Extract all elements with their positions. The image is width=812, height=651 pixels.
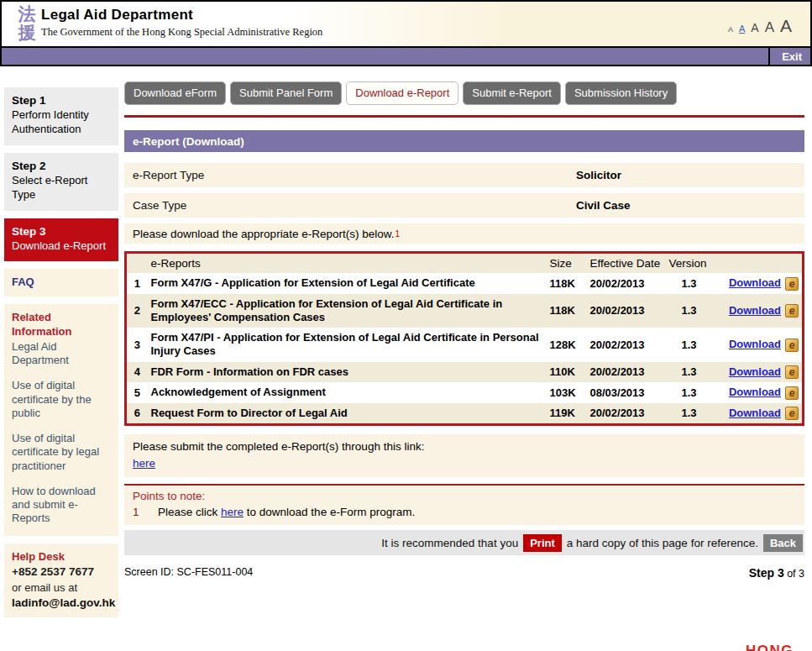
sidebar-link-how-to-download[interactable]: How to download and submit e-Reports (12, 485, 112, 526)
form-version: 1.3 (666, 362, 713, 383)
sidebar-faq: FAQ (4, 269, 118, 297)
note-here-link[interactable]: here (221, 506, 244, 518)
form-name: Form X47/ECC - Application for Extension… (148, 294, 547, 328)
eform-icon[interactable]: e (785, 304, 799, 318)
sidebar-link-legal-aid-department[interactable]: Legal Aid Department (12, 340, 112, 368)
step-title: Step 2 (12, 160, 112, 172)
row-number: 5 (126, 382, 148, 403)
col-size: Size (547, 253, 587, 274)
row-number: 1 (126, 273, 148, 294)
field-value: Civil Case (576, 199, 631, 212)
help-desk-phone: +852 2537 7677 (12, 565, 112, 578)
sidebar-link-digital-cert-practitioner[interactable]: Use of digital certificate by legal prac… (12, 432, 112, 473)
sidebar: Step 1 Perform Identity Authentication S… (4, 87, 118, 625)
form-version: 1.3 (666, 382, 713, 403)
step-indicator-bold: Step 3 (749, 566, 784, 580)
form-date: 20/02/2013 (587, 403, 666, 425)
step-desc: Download e-Report (12, 239, 112, 254)
note-item: 1 Please click here to download the e-Fo… (133, 506, 796, 518)
table-row: 1 Form X47/G - Application for Extension… (126, 273, 804, 294)
font-size-medium[interactable]: A (751, 22, 758, 34)
form-date: 20/02/2013 (587, 294, 666, 328)
row-number: 4 (126, 362, 148, 383)
eform-icon[interactable]: e (785, 339, 799, 352)
sidebar-step-1: Step 1 Perform Identity Authentication (4, 87, 118, 145)
divider-line (124, 115, 804, 118)
font-size-small-active[interactable]: A (739, 24, 745, 34)
form-size: 118K (547, 294, 587, 328)
instruction-text: Please download the appropriate e-Report… (133, 228, 394, 240)
field-e-report-type: e-Report Type Solicitor (124, 163, 804, 187)
help-desk-email-intro: or email us at (12, 581, 112, 594)
print-bar: It is recommended that you Print a hard … (124, 530, 804, 555)
download-link[interactable]: Download (729, 407, 781, 419)
note-text: Please click here to download the e-Form… (158, 506, 415, 518)
row-number: 6 (126, 403, 148, 425)
help-desk-email: ladinfo@lad.gov.hk (12, 596, 112, 609)
form-version: 1.3 (666, 294, 713, 328)
legal-aid-logo: 法 援 (13, 5, 41, 42)
field-case-type: Case Type Civil Case (124, 193, 804, 218)
col-version: Version (666, 253, 713, 274)
eform-icon[interactable]: e (785, 365, 799, 379)
download-link[interactable]: Download (729, 386, 781, 398)
instruction-footnote-ref: 1 (395, 229, 400, 239)
download-instruction: Please download the appropriate e-Report… (124, 223, 804, 244)
points-to-note: Points to note: 1 Please click here to d… (124, 486, 804, 525)
e-report-table: e-Reports Size Effective Date Version 1 … (124, 251, 804, 426)
form-size: 119K (547, 403, 587, 425)
tab-submission-history[interactable]: Submission History (565, 81, 677, 105)
form-date: 08/03/2013 (587, 382, 666, 403)
row-number: 2 (126, 294, 148, 328)
eform-icon[interactable]: e (785, 277, 799, 291)
top-nav-bar: Exit (2, 46, 810, 65)
step-desc: Perform Identity Authentication (12, 108, 112, 137)
eform-icon[interactable]: e (785, 386, 799, 400)
related-info-heading: Related Information (12, 311, 112, 339)
font-size-smallest[interactable]: A (728, 26, 733, 34)
submit-here-link[interactable]: here (133, 457, 155, 470)
field-label: Case Type (124, 199, 186, 212)
logo-char: 法 (13, 5, 41, 24)
sidebar-step-3-active: Step 3 Download e-Report (4, 218, 118, 262)
submit-text: Please submit the completed e-Report(s) … (133, 438, 796, 455)
exit-button[interactable]: Exit (768, 48, 810, 65)
tab-download-eform[interactable]: Download eForm (124, 81, 226, 105)
step-desc: Select e-Report Type (12, 174, 112, 202)
sidebar-link-digital-cert-public[interactable]: Use of digital certificate by the public (12, 379, 112, 420)
tab-download-e-report-active[interactable]: Download e-Report (346, 81, 458, 105)
sidebar-help-desk: Help Desk +852 2537 7677 or email us at … (4, 543, 118, 617)
form-name: Form X47/PI - Application for Extension … (148, 328, 547, 362)
download-link[interactable]: Download (729, 304, 781, 317)
table-header-row: e-Reports Size Effective Date Version (126, 253, 804, 274)
table-row: 2 Form X47/ECC - Application for Extensi… (126, 294, 804, 328)
download-link[interactable]: Download (729, 338, 781, 350)
app-title: Legal Aid Department (41, 7, 322, 24)
note-text-before: Please click (158, 506, 221, 518)
step-title: Step 1 (12, 94, 112, 107)
help-desk-heading: Help Desk (12, 550, 112, 564)
col-e-reports: e-Reports (148, 253, 547, 274)
font-size-largest[interactable]: A (780, 17, 792, 34)
field-label: e-Report Type (124, 169, 204, 181)
print-button[interactable]: Print (523, 534, 562, 552)
form-name: Form X47/G - Application for Extension o… (148, 273, 547, 294)
tab-submit-e-report[interactable]: Submit e-Report (463, 81, 561, 105)
notes-heading: Points to note: (133, 490, 796, 502)
back-button[interactable]: Back (763, 534, 803, 552)
note-text-after: to download the e-Form program. (244, 506, 415, 518)
form-size: 110K (547, 362, 587, 383)
download-link[interactable]: Download (729, 276, 781, 289)
eform-icon[interactable]: e (785, 407, 799, 420)
faq-link[interactable]: FAQ (12, 276, 34, 288)
tab-submit-panel-form[interactable]: Submit Panel Form (230, 81, 342, 105)
note-number: 1 (133, 506, 158, 518)
form-date: 20/02/2013 (587, 362, 666, 383)
form-version: 1.3 (666, 328, 713, 362)
form-name: Request Form to Director of Legal Aid (148, 403, 547, 425)
font-size-large[interactable]: A (765, 20, 774, 34)
submit-instruction: Please submit the completed e-Report(s) … (124, 434, 804, 477)
form-date: 20/02/2013 (587, 273, 666, 294)
download-link[interactable]: Download (729, 365, 781, 378)
step-indicator: Step 3 of 3 (749, 566, 804, 580)
